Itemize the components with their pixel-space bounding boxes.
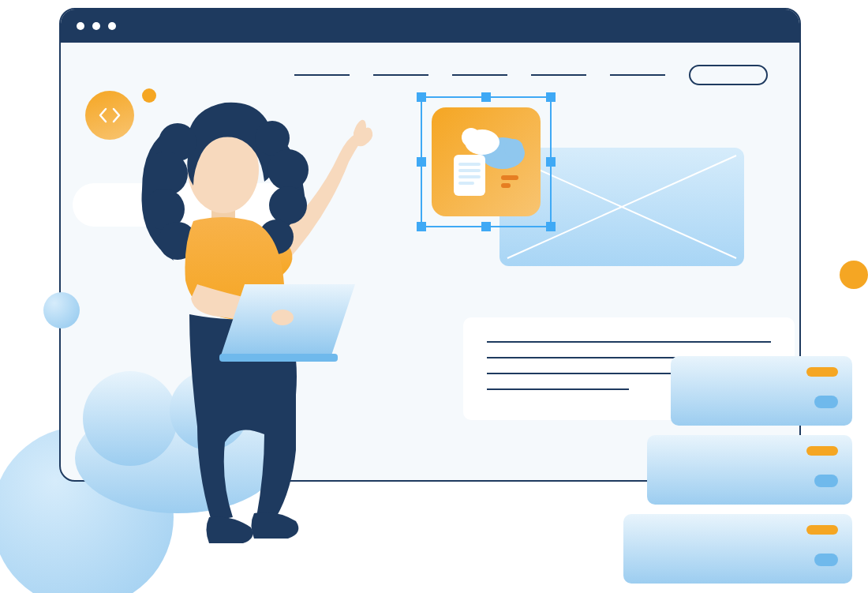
- window-control-dot: [77, 22, 84, 30]
- svg-rect-27: [219, 354, 338, 362]
- nav-item-placeholder: [452, 74, 507, 76]
- server-box: [647, 435, 852, 505]
- text-line-placeholder: [487, 341, 771, 343]
- resize-handle-icon: [481, 222, 491, 231]
- svg-point-28: [271, 310, 294, 325]
- nav-item-placeholder: [373, 74, 428, 76]
- resize-handle-icon: [546, 157, 556, 167]
- server-box: [623, 514, 852, 584]
- bubble-small: [43, 292, 80, 328]
- dot-orange-right: [840, 261, 868, 289]
- server-led-icon: [814, 475, 838, 487]
- resize-handle-icon: [546, 92, 556, 102]
- text-line-placeholder: [487, 388, 629, 390]
- nav-item-placeholder: [610, 74, 665, 76]
- resize-handle-icon: [417, 222, 426, 231]
- resize-handle-icon: [417, 157, 426, 167]
- resize-handle-icon: [417, 92, 426, 102]
- resize-handle-icon: [481, 92, 491, 102]
- svg-point-25: [269, 186, 307, 224]
- server-box: [671, 356, 852, 426]
- server-led-icon: [806, 446, 838, 456]
- browser-titlebar: [61, 9, 799, 43]
- server-led-icon: [806, 367, 838, 377]
- person-illustration: [118, 79, 402, 553]
- server-led-icon: [806, 525, 838, 535]
- window-control-dot: [92, 22, 100, 30]
- server-led-icon: [814, 396, 838, 408]
- resize-handle-icon: [546, 222, 556, 231]
- server-led-icon: [814, 554, 838, 566]
- nav-item-placeholder: [531, 74, 586, 76]
- nav-cta-placeholder: [689, 65, 768, 85]
- window-control-dot: [108, 22, 116, 30]
- selection-bounding-box: [421, 96, 552, 227]
- server-stack: [671, 356, 852, 593]
- nav-item-placeholder: [294, 74, 350, 76]
- svg-point-24: [268, 149, 309, 190]
